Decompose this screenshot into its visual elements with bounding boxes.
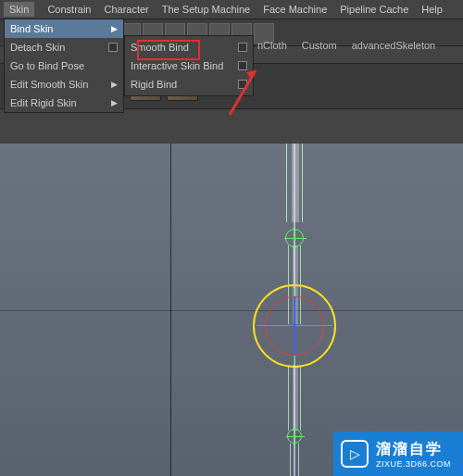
menu-help[interactable]: Help — [421, 4, 443, 15]
submenu-arrow-icon: ▶ — [111, 24, 118, 33]
grid-axis — [170, 144, 171, 476]
shelf-tab-ncloth[interactable]: nCloth — [257, 40, 287, 51]
joint-icon — [287, 429, 302, 444]
menu-label: Bind Skin — [10, 23, 53, 34]
menu-item-bind-skin[interactable]: Bind Skin ▶ — [5, 19, 123, 38]
menu-label: Edit Smooth Skin — [10, 79, 88, 90]
option-box-icon[interactable] — [238, 61, 247, 70]
shelf-tab-advskel[interactable]: advancedSkeleton — [352, 40, 436, 51]
menu-pipeline-cache[interactable]: Pipeline Cache — [340, 4, 408, 15]
menu-label: Go to Bind Pose — [10, 60, 84, 71]
skin-menu-dropdown: Bind Skin ▶ Detach Skin Go to Bind Pose … — [4, 19, 124, 113]
menu-label: Detach Skin — [10, 42, 65, 53]
menu-character[interactable]: Character — [104, 4, 148, 15]
menu-item-rigid-bind[interactable]: Rigid Bind — [125, 75, 253, 94]
option-box-icon[interactable] — [238, 43, 247, 52]
option-box-icon[interactable] — [238, 80, 247, 89]
menu-item-edit-rigid-skin[interactable]: Edit Rigid Skin ▶ — [5, 94, 123, 112]
menu-label: Edit Rigid Skin — [10, 97, 77, 108]
menu-setup-machine[interactable]: The Setup Machine — [162, 4, 250, 15]
menu-label: Rigid Bind — [131, 79, 177, 90]
menu-bar: Skin Constrain Character The Setup Machi… — [0, 0, 463, 19]
menu-item-interactive-skin-bind[interactable]: Interactive Skin Bind — [125, 56, 253, 75]
axis-line — [294, 296, 295, 356]
menu-constrain[interactable]: Constrain — [47, 4, 91, 15]
submenu-arrow-icon: ▶ — [111, 80, 118, 89]
watermark-sub: ZIXUE.3D66.COM — [376, 459, 451, 469]
bone — [290, 444, 299, 476]
watermark-title: 溜溜自学 — [376, 440, 451, 459]
menu-item-detach-skin[interactable]: Detach Skin — [5, 38, 123, 56]
menu-skin[interactable]: Skin — [4, 2, 34, 17]
joint-icon — [285, 229, 304, 247]
menu-face-machine[interactable]: Face Machine — [263, 4, 327, 15]
bone — [286, 144, 303, 222]
menu-label: Interactive Skin Bind — [131, 60, 223, 71]
menu-item-edit-smooth-skin[interactable]: Edit Smooth Skin ▶ — [5, 75, 123, 94]
bind-skin-submenu: Smooth Bind Interactive Skin Bind Rigid … — [124, 35, 254, 96]
bone — [288, 366, 301, 431]
submenu-arrow-icon: ▶ — [111, 98, 118, 107]
viewport[interactable] — [0, 144, 463, 476]
menu-item-goto-bind-pose[interactable]: Go to Bind Pose — [5, 56, 123, 75]
play-icon: ▷ — [341, 440, 369, 468]
option-box-icon[interactable] — [108, 43, 118, 52]
menu-item-smooth-bind[interactable]: Smooth Bind — [125, 38, 253, 56]
watermark: ▷ 溜溜自学 ZIXUE.3D66.COM — [333, 432, 463, 476]
shelf-tabs: nCloth Custom advancedSkeleton — [257, 40, 435, 51]
shelf-tab-custom[interactable]: Custom — [302, 40, 337, 51]
menu-label: Smooth Bind — [131, 42, 189, 53]
